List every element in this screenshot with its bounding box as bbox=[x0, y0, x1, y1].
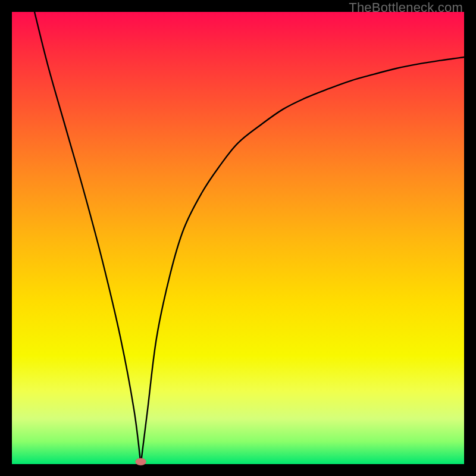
curve-svg bbox=[12, 12, 464, 464]
chart-frame: TheBottleneck.com bbox=[0, 0, 476, 476]
bottleneck-curve bbox=[35, 12, 464, 464]
min-point-marker bbox=[136, 458, 146, 465]
plot-area bbox=[12, 12, 464, 464]
